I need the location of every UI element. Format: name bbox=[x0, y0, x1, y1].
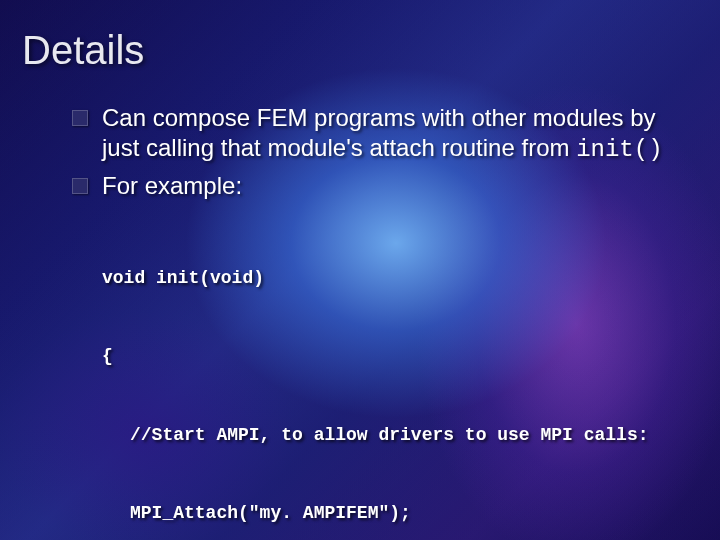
slide-title: Details bbox=[0, 0, 720, 73]
code-line: void init(void) bbox=[102, 265, 680, 291]
bullet-text: Can compose FEM programs with other modu… bbox=[102, 103, 680, 165]
code-line: { bbox=[102, 343, 680, 369]
bullet-item: Can compose FEM programs with other modu… bbox=[72, 103, 680, 165]
square-bullet-icon bbox=[72, 178, 88, 194]
slide-body: Can compose FEM programs with other modu… bbox=[0, 73, 720, 540]
bullet-item: For example: bbox=[72, 171, 680, 201]
bullet-text: For example: bbox=[102, 171, 242, 201]
square-bullet-icon bbox=[72, 110, 88, 126]
inline-code: init() bbox=[576, 136, 662, 163]
bullet-text-content: For example: bbox=[102, 172, 242, 199]
code-line: MPI_Attach("my. AMPIFEM"); bbox=[102, 500, 680, 526]
bullet-text-content: Can compose FEM programs with other modu… bbox=[102, 104, 656, 161]
code-line: //Start AMPI, to allow drivers to use MP… bbox=[102, 422, 680, 448]
slide: Details Can compose FEM programs with ot… bbox=[0, 0, 720, 540]
code-block: void init(void) { //Start AMPI, to allow… bbox=[72, 207, 680, 540]
